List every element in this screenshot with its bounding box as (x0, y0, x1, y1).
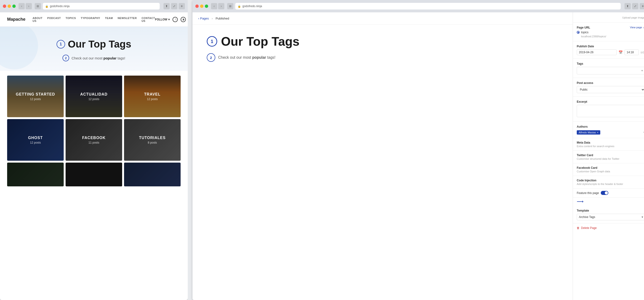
feature-toggle[interactable] (601, 191, 608, 195)
publish-date-label: Publish Date (577, 45, 644, 48)
author-name: Alfredo Masias (579, 131, 596, 134)
tag-posts: 11 posts (82, 141, 106, 144)
preview-area: ‹ Pages › Published 1 Our Top Tags 2 Che… (192, 12, 573, 300)
fullscreen-button-right[interactable]: ⤢ (632, 3, 638, 9)
authors-section: Authors Alfredo Masias × ▾ (573, 122, 644, 138)
authors-label: Authors (577, 125, 644, 128)
contrast-icon[interactable]: ◑ (180, 17, 186, 22)
preview-nav: ‹ Pages › Published (192, 12, 573, 25)
publish-time-input[interactable] (624, 50, 639, 55)
tag-card-partial-3[interactable] (124, 162, 180, 186)
step-badge-2: 2 (62, 55, 69, 61)
facebook-card-row[interactable]: Facebook Card Customise Open Graph data … (573, 163, 644, 176)
website-content: Mapache ABOUT US PODCAST TOPICS TYPOGRAP… (0, 12, 188, 300)
moon-icon[interactable]: ☽ (172, 17, 178, 22)
share-button-right[interactable]: ⬆ (624, 3, 631, 9)
tag-card-partial-1[interactable] (7, 162, 64, 186)
template-select[interactable]: Archive Tags (577, 214, 644, 220)
preview-hero-title: 1 Our Top Tags (207, 34, 558, 48)
follow-arrow: ▾ (168, 18, 170, 21)
tag-card-tutoriales[interactable]: TUTORIALES 8 posts (124, 119, 180, 161)
tag-title: ACTUALIDAD (80, 92, 108, 96)
grid-button[interactable]: ⊞ (35, 3, 41, 9)
template-section-wrapper: ⟶ Template Archive Tags ▾ (573, 198, 644, 224)
back-button[interactable]: ‹ (18, 3, 25, 9)
maximize-button[interactable] (12, 4, 16, 8)
tags-input[interactable]: ▾ (577, 67, 644, 74)
publish-date-input[interactable] (577, 50, 617, 55)
tag-card-content: TRAVEL 12 posts (144, 92, 161, 101)
page-url-header: Page URL View page ↗ (577, 26, 644, 29)
url-radio-button[interactable] (577, 31, 580, 34)
tag-card-facebook[interactable]: FACEBOOK 11 posts (66, 119, 122, 161)
tag-card-content: GHOST 12 posts (28, 136, 43, 144)
url-text: godofredo.ninja (50, 4, 70, 8)
nav-about[interactable]: ABOUT US (32, 17, 42, 22)
grid-button-right[interactable]: ⊞ (227, 3, 233, 9)
tags-section: Tags ▾ (573, 59, 644, 78)
site-nav-links: ABOUT US PODCAST TOPICS TYPOGRAPHY TEAM … (32, 17, 155, 22)
minimize-button-right[interactable] (200, 4, 204, 8)
tag-card-actualidad[interactable]: ACTUALIDAD 12 posts (66, 76, 122, 117)
site-navigation: Mapache ABOUT US PODCAST TOPICS TYPOGRAP… (0, 12, 188, 26)
meta-data-row[interactable]: Meta Data Extra content for search engin… (573, 138, 644, 151)
preview-subtitle-suffix: tags! (266, 56, 276, 60)
trash-icon: 🗑 (577, 226, 580, 230)
tag-card-ghost[interactable]: GHOST 12 posts (7, 119, 64, 161)
tag-grid: GETTING STARTED 12 posts ACTUALIDAD 12 p… (0, 71, 188, 191)
page-url-label: Page URL (577, 26, 590, 29)
new-tab-button[interactable]: + (179, 3, 185, 9)
twitter-card-row[interactable]: Twitter Card Customise structured data f… (573, 151, 644, 163)
nav-right: FOLLOW ▾ ☽ ◑ 🔍 (155, 17, 188, 22)
follow-button[interactable]: FOLLOW ▾ (155, 18, 170, 21)
forward-button-right[interactable]: › (218, 3, 224, 9)
tag-card-overlay (124, 162, 180, 186)
delete-page-button[interactable]: 🗑 Delete Page (577, 226, 597, 230)
meta-data-content: Meta Data Extra content for search engin… (577, 141, 614, 148)
url-radio-row: topics (577, 31, 644, 34)
tag-card-partial-2[interactable] (66, 162, 122, 186)
forward-button[interactable]: › (26, 3, 32, 9)
new-tab-button-right[interactable]: + (640, 3, 644, 9)
nav-topics[interactable]: TOPICS (66, 17, 76, 22)
share-button[interactable]: ⬆ (164, 3, 170, 9)
delete-page-label: Delete Page (581, 226, 597, 230)
code-injection-label: Code Injection (577, 179, 623, 182)
address-bar-right[interactable]: 🔒 godofredo.ninja (235, 3, 621, 10)
subtitle-bold: popular (103, 56, 116, 60)
nav-buttons: ‹ › (18, 3, 32, 9)
authors-container: Alfredo Masias × ▾ (577, 130, 644, 134)
preview-subtitle-prefix: Check out our most (218, 56, 252, 60)
address-bar[interactable]: 🔒 godofredo.ninja (43, 3, 160, 10)
twitter-card-content: Twitter Card Customise structured data f… (577, 154, 620, 160)
minimize-button[interactable] (8, 4, 11, 8)
maximize-button-right[interactable] (205, 4, 208, 8)
tag-card-travel[interactable]: TRAVEL 12 posts (124, 76, 180, 117)
nav-typography[interactable]: TYPOGRAPHY (81, 17, 100, 22)
excerpt-textarea[interactable] (577, 105, 644, 117)
nav-newsletter[interactable]: NEWSLETTER (118, 17, 137, 22)
nav-podcast[interactable]: PODCAST (47, 17, 61, 22)
fullscreen-button[interactable]: ⤢ (171, 3, 177, 9)
upload-page-image-button[interactable]: Upload page image (622, 16, 644, 19)
view-page-link[interactable]: View page ↗ (630, 26, 644, 29)
feature-label: Feature this page (577, 191, 599, 195)
tags-label: Tags (577, 62, 644, 65)
tag-posts: 12 posts (28, 141, 43, 144)
code-injection-row[interactable]: Code Injection Add styles/scripts to the… (573, 176, 644, 188)
tag-title: TRAVEL (144, 92, 161, 96)
nav-team[interactable]: TEAM (105, 17, 113, 22)
close-button-right[interactable] (195, 4, 199, 8)
close-button[interactable] (3, 4, 6, 8)
feature-row: Feature this page (573, 188, 644, 198)
tags-dropdown-arrow: ▾ (642, 69, 643, 72)
author-remove-button[interactable]: × (597, 131, 598, 134)
nav-contact[interactable]: CONTACT US (142, 17, 155, 22)
preview-page-title: Our Top Tags (221, 34, 300, 48)
post-access-select[interactable]: Public (577, 86, 644, 93)
breadcrumb-pages[interactable]: ‹ Pages (198, 17, 209, 20)
breadcrumb-separator: › (212, 17, 213, 20)
tag-card-getting-started[interactable]: GETTING STARTED 12 posts (7, 76, 64, 117)
back-button-right[interactable]: ‹ (211, 3, 217, 9)
author-tag[interactable]: Alfredo Masias × (577, 130, 600, 134)
